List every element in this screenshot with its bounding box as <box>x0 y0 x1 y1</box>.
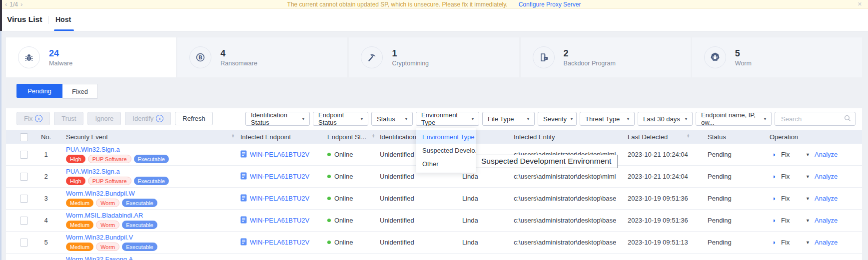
infected-entity-cell: c:\users\administrator\desktop\base-s... <box>514 232 616 253</box>
last-detected-cell: 2023-10-19 09:51:36 <box>628 188 688 209</box>
endpoint-link[interactable]: WIN-PELA61BTU2V <box>250 151 309 158</box>
worm-icon <box>704 46 726 68</box>
fix-info-icon[interactable]: i <box>35 115 42 122</box>
status-cell: Pending <box>708 210 732 231</box>
last-detected-cell: 2023-10-19 09:51:13 <box>628 232 688 253</box>
fix-half-circle-icon: ◑ <box>772 188 776 209</box>
malware-count: 24 <box>49 48 72 58</box>
fix-action-link[interactable]: Fix <box>781 210 790 231</box>
endpoint-link[interactable]: WIN-PELA61BTU2V <box>250 173 309 180</box>
analyze-caret-icon[interactable]: ▼ <box>806 188 810 209</box>
cryptomining-label: Cryptomining <box>392 60 429 67</box>
severity-filter[interactable]: Severity▼ <box>538 112 577 126</box>
row-number: 2 <box>39 166 53 187</box>
environment-type-filter[interactable]: Environment Type▼ <box>416 112 479 126</box>
security-event-link[interactable]: Worm.Win32.Bundpil.W <box>66 189 135 198</box>
analyze-action-link[interactable]: Analyze <box>815 188 838 209</box>
chevron-down-icon: ▼ <box>763 117 767 121</box>
card-cryptomining[interactable]: 1 Cryptomining <box>349 37 519 77</box>
identify-info-icon[interactable]: i <box>156 115 163 122</box>
tabs-bar: Virus List Host <box>0 8 868 31</box>
chevron-down-icon: ▼ <box>301 117 305 121</box>
search-field-selector[interactable]: Endpoint name, IP, ow...▼ <box>696 112 772 126</box>
card-malware[interactable]: 24 Malware <box>6 37 176 77</box>
search-input[interactable] <box>780 115 842 123</box>
alert-close-icon[interactable]: ✕ <box>858 0 862 8</box>
endpoint-link[interactable]: WIN-PELA61BTU2V <box>250 195 309 202</box>
endpoint-status-filter[interactable]: Endpoint Status▼ <box>313 112 368 126</box>
fix-action-link[interactable]: Fix <box>781 188 790 209</box>
endpoint-icon <box>240 172 247 181</box>
chevron-down-icon: ▼ <box>471 117 475 121</box>
card-backdoor[interactable]: >_ 2 Backdoor Program <box>521 37 691 77</box>
identify-button[interactable]: Identifyi <box>125 112 171 125</box>
bug-icon <box>18 46 40 68</box>
security-event-link[interactable]: PUA.Win32.Sign.a <box>66 145 120 154</box>
fix-action-link[interactable]: Fix <box>781 232 790 253</box>
card-ransomware[interactable]: B 4 Ransomware <box>177 37 347 77</box>
header-security-event[interactable]: Security Event <box>66 130 108 144</box>
row-number: 5 <box>39 232 53 253</box>
refresh-button[interactable]: Refresh <box>175 112 213 125</box>
last-detected-cell: 2023-10-21 10:24:04 <box>628 166 688 187</box>
row-checkbox[interactable] <box>20 217 28 225</box>
user-cell: Linda <box>462 188 478 209</box>
analyze-action-link[interactable]: Analyze <box>815 166 838 187</box>
identification-cell: Unidentified <box>380 188 414 209</box>
prev-alert-icon[interactable]: ‹ <box>5 0 7 8</box>
configure-proxy-link[interactable]: Configure Proxy Server <box>519 1 581 8</box>
pending-toggle-button[interactable]: Pending <box>16 84 62 98</box>
tab-host[interactable]: Host <box>55 15 71 23</box>
status-cell: Pending <box>708 232 732 253</box>
infected-entity-cell: c:\users\administrator\desktop\base-s... <box>514 210 616 231</box>
security-event-cell: Worm.Win32.Bundpil.W Medium Worm Executa… <box>66 189 157 207</box>
analyze-action-link[interactable]: Analyze <box>815 144 838 165</box>
analyze-caret-icon[interactable]: ▼ <box>806 210 810 231</box>
endpoint-link[interactable]: WIN-PELA61BTU2V <box>250 217 309 224</box>
fix-button[interactable]: Fixi <box>16 112 50 125</box>
identification-status-filter[interactable]: Identification Status▼ <box>245 112 310 126</box>
ignore-button[interactable]: Ignore <box>87 112 121 125</box>
fix-action-link[interactable]: Fix <box>781 166 790 187</box>
fix-half-circle-icon: ◑ <box>772 144 776 165</box>
security-event-cell: PUA.Win32.Sign.a High PUP Software Execu… <box>66 145 169 163</box>
filter-bar: Identification Status▼ Endpoint Status▼ … <box>245 112 856 126</box>
next-alert-icon[interactable]: › <box>20 0 22 8</box>
security-event-link[interactable]: PUA.Win32.Sign.a <box>66 167 120 176</box>
trust-button[interactable]: Trust <box>54 112 83 125</box>
analyze-action-link[interactable]: Analyze <box>815 232 838 253</box>
endpoint-link[interactable]: WIN-PELA61BTU2V <box>250 239 309 246</box>
svg-text:>_: >_ <box>545 57 548 60</box>
malware-label: Malware <box>49 60 72 67</box>
dropdown-option-other[interactable]: Other <box>416 157 476 171</box>
left-edge-dark-strip <box>0 0 2 31</box>
row-checkbox[interactable] <box>20 173 28 181</box>
analyze-caret-icon[interactable]: ▼ <box>806 166 810 187</box>
user-cell: Linda <box>462 232 478 253</box>
time-range-filter[interactable]: Last 30 days▼ <box>638 112 693 126</box>
header-infected-endpoint: Infected Endpoint <box>240 130 291 144</box>
dropdown-option-suspected-development[interactable]: Suspected Develo... <box>416 144 476 157</box>
row-number: 1 <box>39 144 53 165</box>
dropdown-option-tooltip: Suspected Development Environment <box>475 155 618 168</box>
alert-pager: ‹ 1/4 › <box>5 0 22 8</box>
worm-count: 5 <box>735 48 752 58</box>
card-worm[interactable]: 5 Worm <box>692 37 862 77</box>
analyze-action-link[interactable]: Analyze <box>815 210 838 231</box>
row-checkbox[interactable] <box>20 239 28 247</box>
online-dot-icon <box>327 219 331 222</box>
select-all-checkbox[interactable] <box>20 133 28 141</box>
row-checkbox[interactable] <box>20 195 28 203</box>
security-event-link[interactable]: Worm.Win32.Bundpil.V <box>66 233 133 242</box>
analyze-caret-icon[interactable]: ▼ <box>806 232 810 253</box>
analyze-caret-icon[interactable]: ▼ <box>806 144 810 165</box>
row-checkbox[interactable] <box>20 151 28 159</box>
fixed-toggle-button[interactable]: Fixed <box>62 84 98 99</box>
file-type-filter[interactable]: File Type▼ <box>482 112 535 126</box>
fix-action-link[interactable]: Fix <box>781 144 790 165</box>
status-filter[interactable]: Status▼ <box>371 112 413 126</box>
threat-type-filter[interactable]: Threat Type▼ <box>580 112 635 126</box>
security-event-link[interactable]: Worm.MSIL.Bladabindi.AR <box>66 211 143 220</box>
dropdown-option-environment-type[interactable]: Environment Type <box>416 130 476 144</box>
security-event-link[interactable]: Worm.Win32.Fasong.A <box>66 255 133 260</box>
